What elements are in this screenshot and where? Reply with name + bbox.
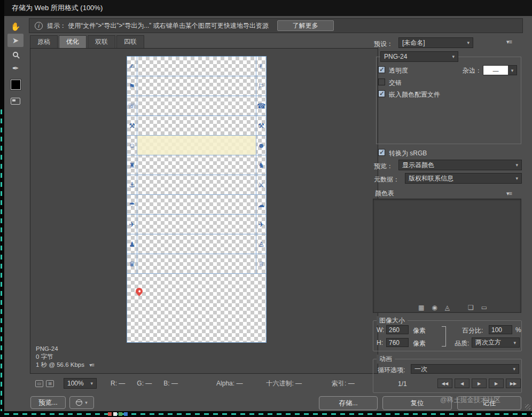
sprite-icon: ⚐ [258,83,264,90]
view-tabs: 原稿 优化 双联 四联 [30,35,144,48]
slice-area[interactable] [137,175,256,194]
slice-area[interactable] [137,76,256,96]
lock-color-icon[interactable]: ◬ [445,304,450,311]
desktop-accent-left [1,109,2,411]
slice-row[interactable]: ♜♞ [127,155,266,175]
zoom-level-select[interactable]: 100% ▾ [64,378,97,389]
chevron-down-icon: ▾ [515,162,518,168]
quality-select[interactable]: 两次立方 ▾ [472,337,520,348]
preview-button[interactable]: 预览... [30,396,66,409]
shift-web-safe-icon[interactable]: ◉ [432,304,437,311]
height-input[interactable] [386,338,409,347]
toggle-slices-visibility[interactable] [7,95,24,108]
preset-menu-icon[interactable]: ▾≡ [506,38,512,45]
slice-row[interactable]: ✈✈ [127,215,266,234]
slice-area[interactable] [137,116,256,135]
window-titlebar[interactable]: 存储为 Web 所用格式 (100%) [4,0,532,16]
save-button[interactable]: 存储... [319,396,378,410]
slice-area[interactable] [137,195,256,214]
download-time: 1 秒 @ 56.6 Kbps [36,361,84,368]
slice-row[interactable]: ♟♙ [127,234,266,254]
next-frame-button[interactable]: ▶ [489,379,504,388]
slice-row[interactable]: ⚒⚒ [127,116,266,136]
delete-color-icon[interactable]: ▭ [481,304,487,311]
slice-select-tool[interactable]: ➤ [7,34,24,47]
hand-tool[interactable]: ✋ [7,20,24,33]
slice-row[interactable]: ⚑⚐ [127,76,266,96]
slice-area[interactable] [137,96,256,115]
previous-frame-button[interactable]: ◀ [455,379,470,388]
matte-label: 杂边： [463,66,482,75]
speed-menu-icon[interactable]: ▾≡ [89,362,94,368]
sprite-icon: ✌ [259,63,264,70]
slice-row[interactable]: ☺☻ [127,136,266,155]
metadata-select[interactable]: 版权和联系信息 ▾ [405,173,522,184]
metadata-value: 版权和联系信息 [409,174,453,183]
slice-area[interactable] [137,215,256,234]
percent-input[interactable] [489,325,512,334]
desktop-background: 存储为 Web 所用格式 (100%) i 提示： 使用“文件”>“导出”>“导… [0,0,532,417]
slice-row[interactable]: ☏☎ [127,96,266,116]
optimized-image[interactable]: ✍✌⚑⚐☏☎⚒⚒☺☻♜♞⚓⚔☂☁✈✈♟♙♛♕ [127,56,267,343]
play-button[interactable]: ▶ [472,379,487,388]
chevron-down-icon: ▾ [452,54,455,59]
hand-icon: ✋ [11,22,21,30]
loop-options-value: 一次 [414,365,427,374]
map-transparency-icon[interactable]: ▦ [418,304,424,311]
new-color-icon[interactable]: ❏ [468,304,474,311]
sprite-icon: ☺ [128,142,135,149]
preview-in-browser-button[interactable]: ▾ [69,396,94,409]
learn-more-button[interactable]: 了解更多 [277,20,334,31]
convert-srgb-checkbox[interactable] [378,149,385,156]
last-frame-button[interactable]: ▶▶ [506,379,521,388]
tab-2up[interactable]: 双联 [88,35,115,48]
tool-column: ✋ ➤ ✒ [7,19,28,108]
tab-4up[interactable]: 四联 [116,35,144,48]
link-dimensions-icon [442,326,446,347]
sprite-icon: ♕ [258,261,264,267]
metadata-label: 元数据： [374,175,400,184]
embed-profile-checkbox[interactable] [378,90,385,97]
image-size-group: 图像大小 W: 像素 H: 像素 百分比: % 品质: 两次立方 ▾ [373,320,522,351]
slice-row[interactable] [127,274,266,343]
color-table-menu-icon[interactable]: ▾≡ [506,190,512,197]
slice-visibility-button[interactable]: ▭ [35,380,43,387]
slice-area[interactable] [137,57,256,76]
sprite-icon: ☎ [257,103,265,109]
transparency-label: 透明度 [389,66,408,75]
zoom-tool[interactable] [7,48,24,61]
map-pin-icon [134,286,144,296]
chevron-down-icon: ▾ [90,381,93,386]
sprite-icon: ⚒ [129,122,135,129]
tab-optimized[interactable]: 优化 [59,35,87,48]
eyedropper-color-swatch[interactable] [7,78,24,91]
readout-hex: 十六进制: — [266,379,302,388]
eyedropper-tool[interactable]: ✒ [7,61,24,75]
loop-options-select[interactable]: 一次 ▾ [411,364,519,374]
interlaced-checkbox[interactable] [378,78,385,85]
slice-area[interactable] [137,136,256,155]
preview-mode-select[interactable]: 显示器颜色 ▾ [398,160,522,170]
resize-grip[interactable] [525,404,530,410]
slice-row[interactable]: ☂☁ [127,195,266,215]
transparency-checkbox[interactable] [378,66,385,73]
slice-row[interactable]: ♛♕ [127,254,266,274]
preview-mode-value: 显示器颜色 [402,161,434,170]
slice-area[interactable] [137,254,256,273]
width-input[interactable] [386,325,409,334]
slice-row[interactable]: ✍✌ [127,57,266,76]
preset-select[interactable]: [未命名] ▾ [398,37,473,48]
tab-original[interactable]: 原稿 [30,35,58,48]
format-info: PNG-24 0 字节 1 秒 @ 56.6 Kbps ▾≡ [36,345,94,369]
first-frame-button[interactable]: ◀◀ [437,379,452,388]
format-select[interactable]: PNG-24 ▾ [380,51,458,62]
slice-area[interactable] [137,155,256,175]
slice-row[interactable]: ⚓⚔ [127,175,266,195]
sprite-icon: ♜ [129,162,135,169]
slice-area[interactable] [137,234,256,254]
grid-button[interactable]: ⊞ [46,380,54,387]
preset-value: [未命名] [402,38,425,48]
matte-select[interactable]: — ▾ [483,65,517,75]
sprite-icon: ♛ [129,261,135,267]
chevron-down-icon: ▾ [513,340,516,345]
